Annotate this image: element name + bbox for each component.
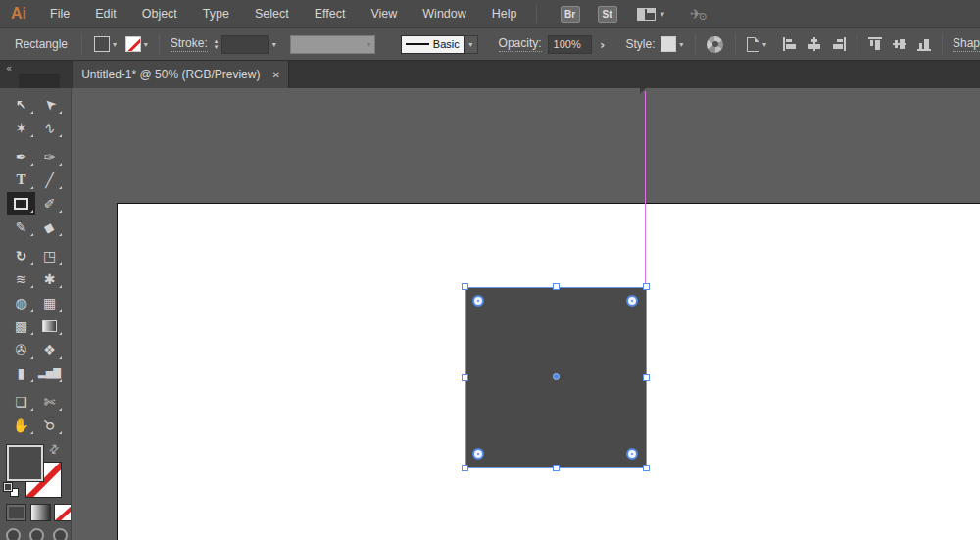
corner-radius-widget[interactable] [626, 295, 638, 307]
type-tool[interactable]: T [7, 169, 35, 191]
recolor-artwork-icon[interactable] [707, 36, 723, 53]
hand-tool[interactable]: ✋ [7, 414, 35, 436]
curvature-tool[interactable]: ✑ [35, 145, 64, 168]
style-chevron-down-icon[interactable]: ▾ [679, 40, 683, 49]
selection-handle-top-center[interactable] [553, 283, 560, 290]
eraser-tool[interactable]: ◆ [35, 216, 64, 238]
rotate-tool[interactable]: ↻ [7, 244, 35, 267]
draw-mode-icon[interactable] [29, 528, 44, 540]
opacity-input[interactable]: 100% [548, 35, 593, 54]
graphic-style-swatch[interactable] [661, 36, 676, 52]
selection-handle-top-left[interactable] [462, 283, 468, 290]
stock-button[interactable]: St [598, 6, 617, 23]
blend-tool[interactable]: ❖ [35, 338, 64, 361]
shaper-tool[interactable]: ✎ [7, 216, 35, 238]
puppet-warp-tool[interactable]: ✱ [35, 268, 64, 290]
perspective-grid-tool[interactable]: ▦ [35, 291, 64, 314]
tab-close-icon[interactable]: ✕ [271, 70, 279, 80]
corner-radius-widget[interactable] [626, 448, 638, 460]
menu-edit[interactable]: Edit [82, 0, 129, 28]
line-segment-icon: ╱ [45, 173, 53, 187]
draw-mode-icon[interactable] [6, 528, 21, 540]
stroke-weight-stepper[interactable]: ▴▾ [215, 38, 219, 50]
document-setup-icon[interactable] [747, 37, 760, 52]
stroke-color-swatch[interactable] [125, 36, 141, 52]
collapse-panels-icon[interactable]: « [6, 63, 11, 74]
width-tool[interactable]: ≋ [7, 268, 35, 290]
stroke-weight-chevron-down-icon[interactable]: ▾ [272, 40, 276, 49]
gpu-performance-icon[interactable]: ✈⊙ [690, 6, 710, 22]
fill-chevron-down-icon[interactable]: ▾ [113, 40, 117, 49]
opacity-label[interactable]: Opacity: [499, 36, 542, 52]
direct-selection-tool[interactable]: ➤ [35, 93, 64, 116]
selection-handle-bottom-right[interactable] [643, 465, 650, 471]
magic-wand-tool[interactable]: ✶ [7, 117, 35, 139]
active-tool-label: Rectangle [15, 37, 68, 51]
corner-radius-widget[interactable] [472, 448, 484, 460]
workspace-switcher-icon[interactable] [637, 8, 656, 21]
color-mode-button[interactable] [6, 504, 26, 521]
shape-builder-tool[interactable]: ◍ [7, 291, 35, 314]
bridge-button[interactable]: Br [561, 6, 580, 23]
align-horizontal-center-icon[interactable] [807, 36, 822, 52]
stroke-chevron-down-icon[interactable]: ▾ [144, 40, 148, 49]
menu-file[interactable]: File [37, 0, 82, 28]
paintbrush-tool[interactable]: ✐ [35, 192, 64, 215]
gradient-tool[interactable] [35, 315, 64, 337]
corner-radius-widget[interactable] [472, 295, 484, 307]
menu-window[interactable]: Window [410, 0, 478, 28]
fill-stroke-controls: ⇄ [0, 442, 72, 540]
selection-handle-middle-right[interactable] [643, 374, 650, 381]
lasso-tool[interactable]: ∿ [35, 117, 64, 139]
fill-color-swatch[interactable] [94, 36, 110, 52]
stroke-weight-field[interactable] [221, 35, 268, 54]
shape-center-point[interactable] [553, 373, 560, 380]
none-mode-button[interactable] [54, 504, 72, 521]
zoom-tool[interactable]: ⚲ [35, 414, 64, 436]
canvas-area[interactable] [72, 88, 980, 540]
line-segment-tool[interactable]: ╱ [35, 169, 64, 191]
pen-tool[interactable]: ✒ [7, 145, 35, 168]
menu-help[interactable]: Help [479, 0, 530, 28]
workspace-chevron-down-icon[interactable]: ▾ [661, 9, 665, 19]
menu-effect[interactable]: Effect [302, 0, 359, 28]
artboard-tool[interactable]: ❏ [7, 390, 35, 413]
tool-row: ▮ ▂▅▇ [0, 362, 71, 384]
symbol-sprayer-tool[interactable]: ▮ [7, 362, 35, 384]
align-vertical-center-icon[interactable] [892, 36, 907, 52]
brush-definition-dropdown[interactable]: Basic [401, 35, 465, 54]
selection-handle-middle-left[interactable] [462, 374, 468, 381]
align-vertical-top-icon[interactable] [867, 36, 883, 52]
rectangle-tool[interactable] [7, 192, 35, 215]
draw-mode-icon[interactable] [53, 528, 68, 540]
opacity-expand-button[interactable]: › [600, 37, 605, 52]
shape-label[interactable]: Shap [953, 36, 980, 52]
selection-tool[interactable]: ↖ [7, 93, 35, 116]
menu-type[interactable]: Type [190, 0, 242, 28]
selection-handle-bottom-center[interactable] [553, 465, 560, 471]
fill-proxy-swatch[interactable] [7, 445, 43, 481]
mesh-tool[interactable]: ▩ [7, 315, 35, 337]
slice-tool[interactable]: ✄ [35, 390, 64, 413]
align-horizontal-left-icon[interactable] [782, 36, 798, 52]
align-horizontal-right-icon[interactable] [831, 36, 847, 52]
column-graph-tool[interactable]: ▂▅▇ [35, 362, 64, 384]
tools-panel-grip[interactable] [19, 74, 60, 88]
document-tab[interactable]: Untitled-1* @ 50% (RGB/Preview) ✕ [74, 61, 289, 88]
scale-tool[interactable]: ◳ [35, 244, 64, 267]
menu-object[interactable]: Object [129, 0, 190, 28]
selection-handle-top-right[interactable] [643, 283, 650, 290]
stroke-weight-label[interactable]: Stroke: [171, 36, 208, 52]
align-vertical-bottom-icon[interactable] [916, 36, 932, 52]
document-setup-chevron-down-icon[interactable]: ▾ [762, 40, 766, 49]
gradient-mode-button[interactable] [30, 504, 51, 521]
menu-select[interactable]: Select [242, 0, 302, 28]
artboard-icon: ❏ [15, 395, 27, 409]
tool-row: ↻ ◳ [0, 244, 71, 267]
selection-handle-bottom-left[interactable] [462, 465, 468, 471]
swap-fill-stroke-icon[interactable]: ⇄ [46, 440, 63, 457]
eyedropper-tool[interactable]: ✇ [7, 338, 35, 361]
menu-view[interactable]: View [358, 0, 410, 28]
default-fill-stroke-icon[interactable] [4, 483, 20, 498]
brush-chevron-down-icon[interactable]: ▾ [465, 35, 478, 54]
